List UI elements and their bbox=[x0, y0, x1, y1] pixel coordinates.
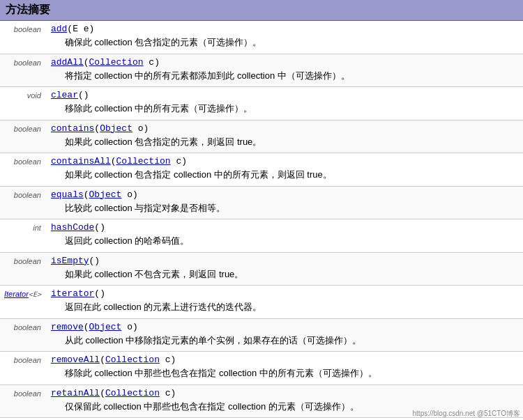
method-params: (Object o) bbox=[94, 123, 149, 134]
method-name-link[interactable]: retainAll bbox=[51, 388, 100, 398]
return-type-cell: boolean bbox=[0, 384, 45, 418]
return-type-cell: boolean bbox=[0, 318, 45, 352]
method-signature: remove(Object o) bbox=[51, 322, 517, 332]
method-params: () bbox=[78, 90, 89, 100]
method-cell: contains(Object o)如果此 collection 包含指定的元素… bbox=[45, 120, 523, 153]
return-type-cell: boolean bbox=[0, 252, 45, 286]
method-params: () bbox=[94, 222, 105, 233]
method-signature: equals(Object o) bbox=[51, 189, 517, 200]
method-desc: 返回此 collection 的哈希码值。 bbox=[51, 233, 517, 249]
method-cell: addAll(Collection c)将指定 collection 中的所有元… bbox=[45, 54, 523, 87]
method-desc: 移除此 collection 中的所有元素（可选操作）。 bbox=[51, 100, 517, 117]
return-type-cell: boolean bbox=[0, 186, 45, 219]
table-row: booleanisEmpty()如果此 collection 不包含元素，则返回… bbox=[0, 252, 523, 286]
method-name-link[interactable]: clear bbox=[51, 90, 78, 100]
table-row: booleanaddAll(Collection c)将指定 collectio… bbox=[0, 54, 523, 87]
return-type-link[interactable]: Iterator bbox=[4, 290, 29, 298]
method-name-link[interactable]: containsAll bbox=[51, 156, 111, 166]
method-name-link[interactable]: add bbox=[51, 24, 67, 34]
method-params: (Object o) bbox=[84, 322, 138, 332]
method-params: () bbox=[94, 288, 105, 299]
method-name-link[interactable]: hashCode bbox=[51, 222, 94, 233]
table-row: inthashCode()返回此 collection 的哈希码值。 bbox=[0, 219, 523, 253]
method-signature: removeAll(Collection c) bbox=[51, 355, 517, 365]
method-cell: containsAll(Collection c)如果此 collection … bbox=[45, 153, 523, 187]
table-row: booleancontains(Object o)如果此 collection … bbox=[0, 120, 523, 153]
method-signature: retainAll(Collection c) bbox=[51, 388, 517, 398]
method-cell: equals(Object o)比较此 collection 与指定对象是否相等… bbox=[45, 186, 523, 219]
method-signature: isEmpty() bbox=[51, 256, 517, 266]
method-name-link[interactable]: removeAll bbox=[51, 355, 100, 365]
type-link[interactable]: Collection bbox=[105, 388, 160, 398]
type-link[interactable]: Object bbox=[89, 322, 122, 332]
method-signature: add(E e) bbox=[51, 24, 517, 34]
method-signature: clear() bbox=[51, 90, 517, 100]
return-type-cell: int bbox=[0, 219, 45, 253]
method-signature: containsAll(Collection c) bbox=[51, 156, 517, 166]
method-cell: add(E e)确保此 collection 包含指定的元素（可选操作）。 bbox=[45, 21, 523, 54]
method-desc: 将指定 collection 中的所有元素都添加到此 collection 中（… bbox=[51, 68, 517, 84]
return-type-cell: Iterator<E> bbox=[0, 286, 45, 319]
type-link[interactable]: Collection bbox=[89, 57, 144, 68]
method-signature: iterator() bbox=[51, 288, 517, 299]
method-params: () bbox=[89, 256, 100, 266]
return-type-cell: boolean bbox=[0, 153, 45, 187]
method-signature: addAll(Collection c) bbox=[51, 57, 517, 68]
method-params: (Object o) bbox=[84, 189, 138, 200]
method-name-link[interactable]: iterator bbox=[51, 288, 94, 299]
method-cell: remove(Object o)从此 collection 中移除指定元素的单个… bbox=[45, 318, 523, 352]
method-desc: 从此 collection 中移除指定元素的单个实例，如果存在的话（可选操作）。 bbox=[51, 332, 517, 349]
return-type-cell: boolean bbox=[0, 352, 45, 385]
method-params: (Collection c) bbox=[111, 156, 187, 166]
return-type-cell: void bbox=[0, 87, 45, 120]
method-signature: contains(Object o) bbox=[51, 123, 517, 134]
method-name-link[interactable]: equals bbox=[51, 189, 84, 200]
type-link[interactable]: Object bbox=[100, 123, 132, 134]
return-type-cell: boolean bbox=[0, 120, 45, 153]
method-name-link[interactable]: addAll bbox=[51, 57, 84, 68]
method-name-link[interactable]: remove bbox=[51, 322, 84, 332]
method-table: booleanadd(E e)确保此 collection 包含指定的元素（可选… bbox=[0, 21, 523, 420]
method-params: (Collection c) bbox=[100, 355, 176, 365]
method-cell: iterator()返回在此 collection 的元素上进行迭代的迭代器。 bbox=[45, 286, 523, 319]
method-params: (E e) bbox=[67, 24, 94, 34]
method-name-link[interactable]: isEmpty bbox=[51, 256, 89, 266]
return-type-cell: boolean bbox=[0, 21, 45, 54]
method-params: (Collection c) bbox=[84, 57, 160, 68]
method-desc: 返回在此 collection 的元素上进行迭代的迭代器。 bbox=[51, 299, 517, 316]
table-row: booleanremove(Object o)从此 collection 中移除… bbox=[0, 318, 523, 352]
table-row: booleancontainsAll(Collection c)如果此 coll… bbox=[0, 153, 523, 187]
method-desc: 如果此 collection 不包含元素，则返回 true。 bbox=[51, 266, 517, 283]
method-name-link[interactable]: contains bbox=[51, 123, 94, 134]
return-type-cell: int bbox=[0, 418, 45, 421]
method-cell: isEmpty()如果此 collection 不包含元素，则返回 true。 bbox=[45, 252, 523, 286]
type-link[interactable]: Collection bbox=[105, 355, 160, 365]
footer-note: https://blog.csdn.net @51CTO博客 bbox=[413, 409, 520, 419]
method-desc: 移除此 collection 中那些也包含在指定 collection 中的所有… bbox=[51, 365, 517, 382]
method-signature: hashCode() bbox=[51, 222, 517, 233]
method-cell: clear()移除此 collection 中的所有元素（可选操作）。 bbox=[45, 87, 523, 120]
table-row: booleanequals(Object o)比较此 collection 与指… bbox=[0, 186, 523, 219]
page-title: 方法摘要 bbox=[0, 0, 523, 21]
method-desc: 如果此 collection 包含指定 collection 中的所有元素，则返… bbox=[51, 166, 517, 183]
return-type-cell: boolean bbox=[0, 54, 45, 87]
method-desc: 确保此 collection 包含指定的元素（可选操作）。 bbox=[51, 34, 517, 51]
table-row: Iterator<E>iterator()返回在此 collection 的元素… bbox=[0, 286, 523, 319]
method-desc: 比较此 collection 与指定对象是否相等。 bbox=[51, 200, 517, 217]
method-desc: 如果此 collection 包含指定的元素，则返回 true。 bbox=[51, 134, 517, 150]
type-link[interactable]: Object bbox=[89, 189, 122, 200]
method-cell: hashCode()返回此 collection 的哈希码值。 bbox=[45, 219, 523, 253]
type-link[interactable]: Collection bbox=[116, 156, 171, 166]
method-cell: removeAll(Collection c)移除此 collection 中那… bbox=[45, 352, 523, 385]
table-row: voidclear()移除此 collection 中的所有元素（可选操作）。 bbox=[0, 87, 523, 120]
table-row: booleanremoveAll(Collection c)移除此 collec… bbox=[0, 352, 523, 385]
table-row: booleanadd(E e)确保此 collection 包含指定的元素（可选… bbox=[0, 21, 523, 54]
method-params: (Collection c) bbox=[100, 388, 176, 398]
